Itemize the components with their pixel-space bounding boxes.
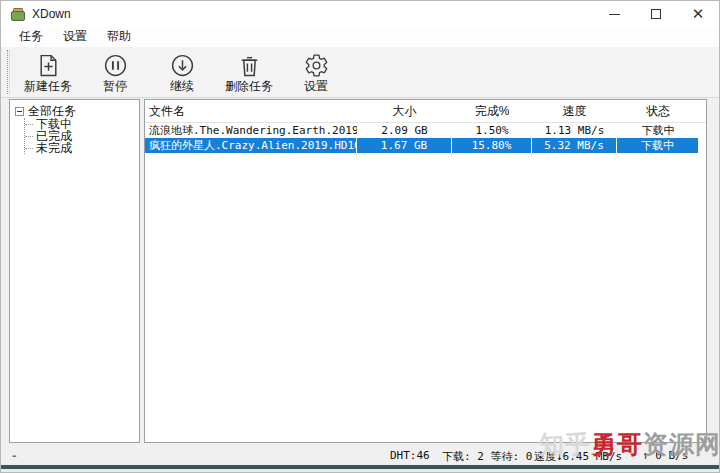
- table-row-selected[interactable]: 疯狂的外星人.Crazy.Alien.2019.HD1080P.X... 1.6…: [145, 138, 706, 153]
- menu-help[interactable]: 帮助: [97, 26, 141, 48]
- window-title: XDown: [32, 7, 71, 21]
- menu-task[interactable]: 任务: [9, 26, 53, 48]
- window-controls: ✕: [593, 1, 719, 27]
- pause-button[interactable]: 暂停: [86, 49, 144, 95]
- tree-node-incomplete[interactable]: 未完成: [25, 142, 139, 154]
- table-row[interactable]: 流浪地球.The.Wandering.Earth.2019.HD.10... 2…: [145, 123, 706, 138]
- resume-button[interactable]: 继续: [153, 49, 211, 95]
- window-bottom-strip: [1, 469, 719, 472]
- resume-icon: [170, 53, 195, 78]
- task-tree: 全部任务 下载中 已完成 未完成: [10, 100, 139, 154]
- status-task-counts: 下载: 2 等待: 0: [442, 449, 532, 464]
- maximize-button[interactable]: [635, 1, 677, 27]
- col-header-status[interactable]: 状态: [617, 103, 699, 120]
- row-size: 2.09 GB: [357, 123, 452, 138]
- settings-label: 设置: [304, 80, 328, 92]
- pause-label: 暂停: [103, 80, 127, 92]
- pause-icon: [103, 53, 128, 78]
- download-table-panel: 文件名 大小 完成% 速度 状态 流浪地球.The.Wandering.Eart…: [144, 99, 707, 443]
- status-download-speed: 速度↓6.45 MB/s: [534, 449, 622, 464]
- delete-task-icon: [237, 53, 262, 78]
- menu-settings[interactable]: 设置: [53, 26, 97, 48]
- menu-bar: 任务 设置 帮助: [1, 27, 719, 47]
- row-speed: 5.32 MB/s: [532, 138, 617, 153]
- settings-button[interactable]: 设置: [287, 49, 345, 95]
- app-icon: [10, 7, 26, 22]
- tree-node-all-tasks[interactable]: 全部任务: [15, 104, 139, 118]
- row-speed: 1.13 MB/s: [532, 123, 617, 138]
- new-task-button[interactable]: 新建任务: [19, 49, 77, 95]
- tree-collapse-icon[interactable]: [15, 107, 24, 116]
- settings-icon: [304, 53, 329, 78]
- delete-task-label: 删除任务: [225, 80, 273, 92]
- new-task-label: 新建任务: [24, 80, 72, 92]
- tree-children: 下载中 已完成 未完成: [24, 118, 139, 154]
- row-percent: 15.80%: [452, 138, 532, 153]
- task-tree-panel: 全部任务 下载中 已完成 未完成: [9, 99, 140, 443]
- title-bar: XDown ✕: [1, 1, 719, 27]
- col-header-size[interactable]: 大小: [357, 103, 452, 120]
- resume-label: 继续: [170, 80, 194, 92]
- toolbar-gripper[interactable]: [7, 50, 10, 94]
- delete-task-button[interactable]: 删除任务: [220, 49, 278, 95]
- status-upload-speed: ↑ 0 B/s: [642, 449, 688, 462]
- col-header-percent[interactable]: 完成%: [452, 103, 532, 120]
- col-header-speed[interactable]: 速度: [532, 103, 617, 120]
- row-size: 1.67 GB: [357, 138, 452, 153]
- col-header-filename[interactable]: 文件名: [145, 103, 357, 120]
- status-dash: -: [11, 449, 18, 462]
- row-filename: 流浪地球.The.Wandering.Earth.2019.HD.10...: [145, 123, 357, 138]
- table-header: 文件名 大小 完成% 速度 状态: [145, 100, 706, 123]
- close-button[interactable]: ✕: [677, 1, 719, 27]
- new-task-icon: [36, 53, 61, 78]
- app-window: XDown ✕ 任务 设置 帮助 新建任务: [0, 0, 720, 473]
- maximize-icon: [651, 9, 661, 19]
- row-percent: 1.50%: [452, 123, 532, 138]
- minimize-button[interactable]: [593, 1, 635, 27]
- row-filename: 疯狂的外星人.Crazy.Alien.2019.HD1080P.X...: [145, 138, 357, 153]
- status-bar: - DHT:46 下载: 2 等待: 0 速度↓6.45 MB/s ↑ 0 B/…: [1, 444, 719, 467]
- toolbar: 新建任务 暂停 继续: [1, 47, 719, 98]
- row-status: 下载中: [617, 138, 699, 153]
- status-dht: DHT:46: [390, 449, 430, 462]
- row-status: 下载中: [617, 123, 699, 138]
- minimize-icon: [609, 14, 620, 15]
- main-area: 全部任务 下载中 已完成 未完成 文件名 大小 完成% 速度 状态 流浪地球.T…: [1, 98, 719, 444]
